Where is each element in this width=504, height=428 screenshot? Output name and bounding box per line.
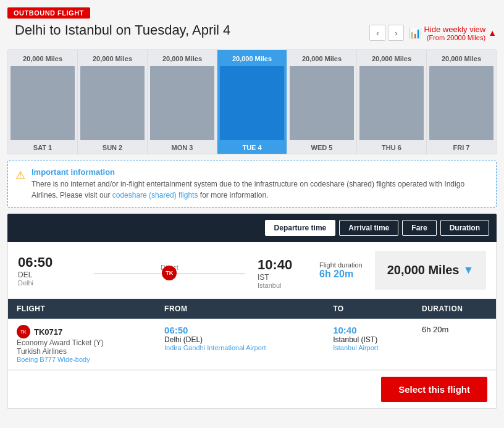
select-row: Select this flight [8,370,496,408]
calendar-bar: 20,000 Miles SAT 1 20,000 Miles SUN 2 20… [7,49,497,154]
info-box: ⚠ Important information There is no inte… [7,161,497,208]
depart-time: 06:50 [18,254,94,271]
table-row: TK TK0717 Economy Award Ticket (Y) Turki… [8,319,496,370]
prev-week-button[interactable]: ‹ [369,25,385,41]
col-duration: DURATION [413,299,496,319]
next-week-button[interactable]: › [388,25,404,41]
info-text: There is no internet and/or in-flight en… [32,178,489,201]
airline-logo-inline: TK [162,266,177,280]
filter-bar: Departure timeArrival timeFareDuration [7,214,497,242]
flight-card: 06:50 DEL Delhi Direct TK 10:40 IST Ista… [7,242,497,409]
filter-fare-button[interactable]: Fare [402,220,436,236]
hide-weekly-view-button[interactable]: 📊 Hide weekly view (From 20000 Miles) ▲ [409,25,497,41]
aircraft-name: Boeing B777 Wide-body [17,356,147,363]
flight-number: TK0717 [34,327,62,337]
depart-city: Delhi [18,279,94,287]
outbound-badge: OUTBOUND FLIGHT [7,7,90,19]
calendar-day-fri-7[interactable]: 20,000 Miles FRI 7 [427,50,496,154]
weekly-view-label: Hide weekly view [424,25,485,34]
arrive-city: Istanbul [258,282,307,289]
calendar-day-sat-1[interactable]: 20,000 Miles SAT 1 [8,50,78,154]
warning-icon: ⚠ [15,169,25,182]
filter-arrival-time-button[interactable]: Arrival time [339,220,398,236]
arrive-time: 10:40 [258,257,307,273]
duration-value: 6h 20m [319,269,375,280]
from-time: 06:50 [164,325,316,335]
arrive-code: IST [258,273,307,282]
flight-line: TK [94,274,245,274]
to-full: Istanbul Airport [333,344,405,351]
info-title: Important information [32,167,489,177]
chart-icon: 📊 [409,27,421,39]
codeshare-link[interactable]: codeshare (shared) flights [112,191,198,199]
from-cell: 06:50 Delhi (DEL) Indira Gandhi Internat… [156,319,324,370]
ticket-type: Economy Award Ticket (Y) [17,338,147,347]
depart-info: 06:50 DEL Delhi [18,254,94,287]
col-to: TO [324,299,413,319]
flight-details-table: FLIGHT FROM TO DURATION TK TK0717 Econom… [8,299,496,370]
depart-code: DEL [18,271,94,279]
calendar-day-sun-2[interactable]: 20,000 Miles SUN 2 [78,50,148,154]
to-time: 10:40 [333,325,405,335]
calendar-day-wed-5[interactable]: 20,000 Miles WED 5 [287,50,357,154]
airline-name: Turkish Airlines [17,347,147,356]
from-full: Indira Gandhi International Airport [164,344,316,351]
calendar-day-tue-4[interactable]: 20,000 Miles TUE 4 [217,50,287,154]
miles-display: 20,000 Miles [387,263,460,277]
to-cell: 10:40 Istanbul (IST) Istanbul Airport [324,319,413,370]
flight-duration-area: Flight duration 6h 20m [307,261,375,280]
col-from: FROM [156,299,324,319]
flight-cell: TK TK0717 Economy Award Ticket (Y) Turki… [8,319,156,370]
chevron-up-icon: ▲ [488,28,497,38]
calendar-day-mon-3[interactable]: 20,000 Miles MON 3 [148,50,217,154]
from-airport: Delhi (DEL) [164,335,316,344]
duration-label: Flight duration [319,261,375,269]
calendar-day-thu-6[interactable]: 20,000 Miles THU 6 [357,50,427,154]
flight-line-area: Direct TK [94,264,245,277]
to-airport: Istanbul (IST) [333,335,405,344]
arrive-info: 10:40 IST Istanbul [258,257,307,289]
select-flight-button[interactable]: Select this flight [381,377,487,402]
duration-display: 6h 20m [422,325,487,334]
filter-departure-time-button[interactable]: Departure time [265,220,336,236]
col-flight: FLIGHT [8,299,156,319]
airline-logo-circle: TK [17,325,30,338]
weekly-view-sublabel: (From 20000 Miles) [424,34,485,41]
filter-duration-button[interactable]: Duration [440,220,489,236]
miles-area: 20,000 Miles ▼ [375,251,486,290]
miles-dropdown-icon[interactable]: ▼ [463,264,474,277]
page-title: Delhi to Istanbul on Tuesday, April 4 [15,22,230,38]
duration-cell: 6h 20m [413,319,496,370]
